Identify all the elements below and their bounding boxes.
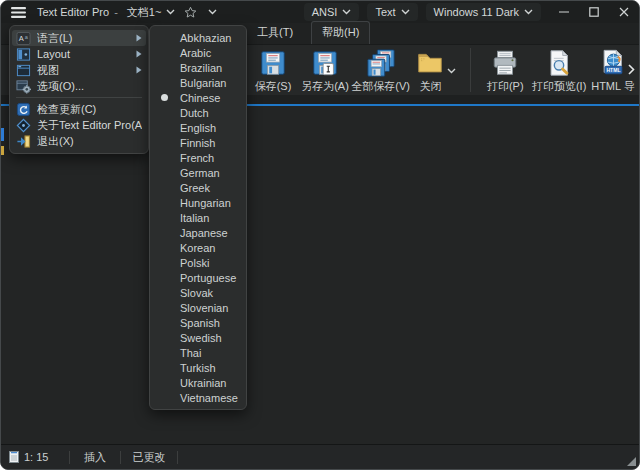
language-label: Dutch (180, 107, 209, 119)
menu-separator (16, 97, 142, 98)
toolbar-button-label: 关闭 (419, 79, 441, 94)
language-label: Turkish (180, 362, 216, 374)
language-item-english[interactable]: English (150, 120, 246, 135)
close-icon (619, 7, 629, 17)
language-item-italian[interactable]: Italian (150, 210, 246, 225)
caret-position: 1: 15 (24, 451, 48, 463)
minimize-button[interactable] (549, 1, 579, 23)
toolbar-button-save-all[interactable]: 全部保存(V) (351, 45, 410, 95)
toolbar-button-save[interactable]: 保存(S) (247, 45, 299, 95)
language-item-finnish[interactable]: Finnish (150, 135, 246, 150)
language-label: Swedish (180, 332, 222, 344)
language-item-bulgarian[interactable]: Bulgarian (150, 75, 246, 90)
language-label: Chinese (180, 92, 220, 104)
ribbon-tab-1[interactable]: 帮助(H) (311, 21, 370, 44)
language-item-portuguese[interactable]: Portuguese (150, 270, 246, 285)
document-name: 文档1~ (127, 5, 162, 20)
menu-item-label: Layout (37, 48, 134, 60)
submenu-arrow-icon (134, 66, 142, 74)
toolbar-button-folder-close[interactable]: 关闭 (410, 45, 462, 95)
language-label: Ukrainian (180, 377, 226, 389)
language-item-korean[interactable]: Korean (150, 240, 246, 255)
about-icon (16, 118, 31, 133)
exit-icon (16, 134, 31, 149)
language-item-arabic[interactable]: Arabic (150, 45, 246, 60)
print-preview-icon (544, 48, 574, 78)
filetype-selector[interactable]: Text (367, 3, 417, 21)
language-submenu-popup: AbkhazianArabicBrazilianBulgarianChinese… (149, 25, 247, 410)
html-export-icon: HTML (598, 48, 628, 78)
language-item-thai[interactable]: Thai (150, 345, 246, 360)
language-label: Italian (180, 212, 209, 224)
encoding-value: ANSI (312, 6, 338, 18)
language-item-japanese[interactable]: Japanese (150, 225, 246, 240)
menu-item-update[interactable]: 检查更新(C) (10, 101, 148, 117)
resize-grip[interactable] (627, 457, 636, 466)
menu-item-options[interactable]: 选项(O)... (10, 78, 148, 94)
language-label: Hungarian (180, 197, 231, 209)
menu-item-layout[interactable]: Layout (10, 46, 148, 62)
language-item-slovak[interactable]: Slovak (150, 285, 246, 300)
chevron-right-icon (628, 64, 635, 75)
language-item-brazilian[interactable]: Brazilian (150, 60, 246, 75)
menu-item-language[interactable]: Aa语言(L) (12, 30, 146, 46)
language-item-chinese[interactable]: Chinese (150, 90, 246, 105)
menu-item-view[interactable]: 视图 (10, 62, 148, 78)
favorites-dropdown-button[interactable] (201, 2, 223, 22)
modified-state-cell: 已更改 (121, 450, 177, 465)
ribbon-tab-0[interactable]: 工具(T) (247, 22, 303, 44)
insert-mode-cell[interactable]: 插入 (70, 450, 120, 465)
insert-mode: 插入 (84, 450, 106, 465)
chevron-down-icon (166, 9, 175, 15)
options-icon (16, 79, 31, 94)
language-item-greek[interactable]: Greek (150, 180, 246, 195)
language-icon: Aa (16, 31, 31, 46)
star-icon (184, 6, 197, 19)
statusbar-separator (177, 451, 178, 464)
language-label: German (180, 167, 220, 179)
toolbar-button-label: 保存(S) (255, 79, 292, 94)
language-item-slovenian[interactable]: Slovenian (150, 300, 246, 315)
hamburger-menu-button[interactable] (1, 1, 35, 23)
language-label: Arabic (180, 47, 211, 59)
folder-close-icon (415, 48, 445, 78)
language-label: Abkhazian (180, 32, 231, 44)
submenu-arrow-icon (134, 50, 142, 58)
toolbar-overflow-button[interactable] (628, 61, 638, 77)
language-label: Finnish (180, 137, 215, 149)
toolbar-button-print-preview[interactable]: 打印预览(I) (531, 45, 587, 95)
save-as-icon (310, 48, 340, 78)
toolbar-button-save-as[interactable]: 另存为(A) (299, 45, 351, 95)
language-item-ukrainian[interactable]: Ukrainian (150, 375, 246, 390)
encoding-selector[interactable]: ANSI (304, 3, 360, 21)
theme-selector[interactable]: Windows 11 Dark (426, 3, 541, 21)
left-edge-marker-yellow (1, 146, 4, 155)
chevron-down-icon (401, 9, 410, 15)
close-button[interactable] (609, 1, 639, 23)
language-item-french[interactable]: French (150, 150, 246, 165)
language-item-abkhazian[interactable]: Abkhazian (150, 30, 246, 45)
language-item-german[interactable]: German (150, 165, 246, 180)
document-selector[interactable]: 文档1~ (123, 3, 180, 22)
chevron-down-icon (524, 9, 533, 15)
language-item-polski[interactable]: Polski (150, 255, 246, 270)
menu-item-exit[interactable]: 退出(X) (10, 133, 148, 149)
editor-area[interactable] (1, 106, 639, 444)
language-label: French (180, 152, 214, 164)
menu-item-about[interactable]: 关于Text Editor Pro(A) (10, 117, 148, 133)
toolbar-button-print[interactable]: 打印(P) (479, 45, 531, 95)
language-item-vietnamese[interactable]: Vietnamese (150, 390, 246, 405)
update-icon (16, 102, 31, 117)
svg-text:HTML: HTML (606, 67, 620, 73)
favorite-star-button[interactable] (179, 2, 201, 22)
app-window: Text Editor Pro - 文档1~ ANSI Text (0, 0, 640, 470)
language-item-hungarian[interactable]: Hungarian (150, 195, 246, 210)
language-item-spanish[interactable]: Spanish (150, 315, 246, 330)
chevron-down-icon (342, 9, 351, 15)
language-item-dutch[interactable]: Dutch (150, 105, 246, 120)
language-label: Spanish (180, 317, 220, 329)
maximize-button[interactable] (579, 1, 609, 23)
language-item-turkish[interactable]: Turkish (150, 360, 246, 375)
language-item-swedish[interactable]: Swedish (150, 330, 246, 345)
filetype-value: Text (375, 6, 395, 18)
